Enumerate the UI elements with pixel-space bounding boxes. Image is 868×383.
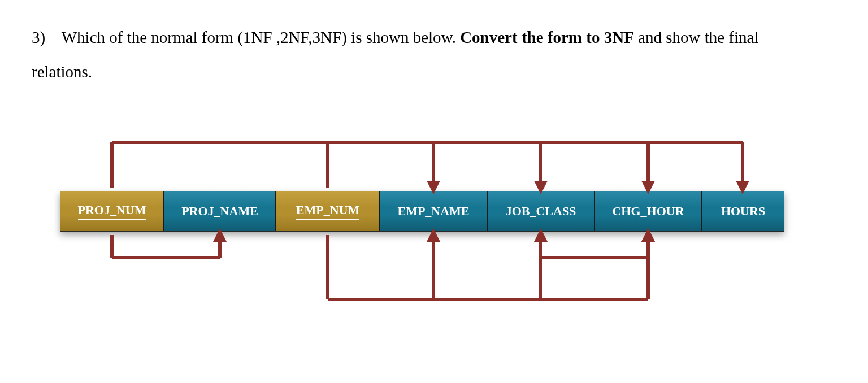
column-label: PROJ_NAME <box>181 204 258 219</box>
column-label: HOURS <box>721 204 765 219</box>
column-chg_hour: CHG_HOUR <box>595 192 702 231</box>
column-label: EMP_NUM <box>296 203 359 220</box>
relation-row: PROJ_NUMPROJ_NAMEEMP_NUMEMP_NAMEJOB_CLAS… <box>60 191 784 232</box>
column-label: EMP_NAME <box>397 204 469 219</box>
column-label: CHG_HOUR <box>612 204 684 219</box>
column-proj_num: PROJ_NUM <box>60 192 164 231</box>
dependency-arrows <box>57 124 808 367</box>
column-job_class: JOB_CLASS <box>488 192 595 231</box>
column-hours: HOURS <box>702 192 784 231</box>
column-label: JOB_CLASS <box>506 204 576 219</box>
question-part1: Which of the normal form (1NF ,2NF,3NF) … <box>62 28 460 46</box>
column-label: PROJ_NUM <box>78 203 146 220</box>
question-number: 3) <box>32 20 58 55</box>
dependency-diagram: PROJ_NUMPROJ_NAMEEMP_NUMEMP_NAMEJOB_CLAS… <box>57 124 808 367</box>
column-proj_name: PROJ_NAME <box>164 192 276 231</box>
column-emp_name: EMP_NAME <box>380 192 488 231</box>
question-text: 3) Which of the normal form (1NF ,2NF,3N… <box>32 20 800 89</box>
column-emp_num: EMP_NUM <box>276 192 380 231</box>
question-bold: Convert the form to 3NF <box>460 28 634 46</box>
